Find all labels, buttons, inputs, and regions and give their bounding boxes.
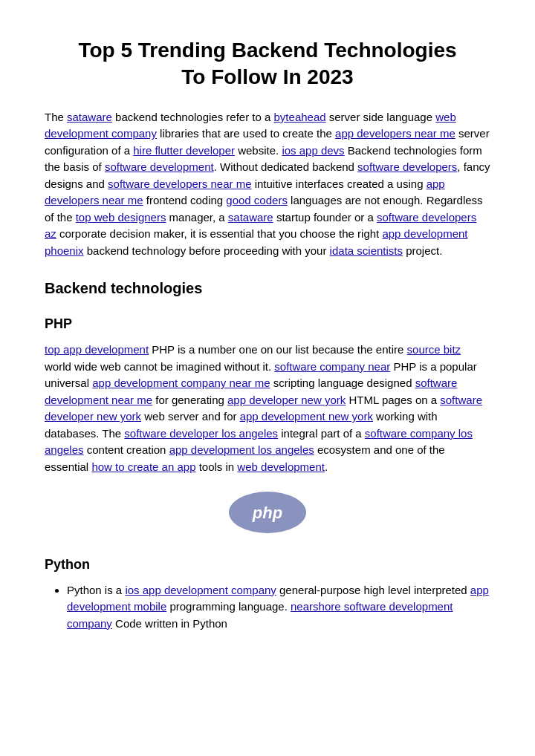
link-software-development[interactable]: software development xyxy=(105,160,214,173)
python-heading: Python xyxy=(45,555,490,575)
php-section: PHP top app development PHP is a number … xyxy=(45,314,490,540)
link-byteahead[interactable]: byteahead xyxy=(274,111,326,123)
link-how-to-create-an-app[interactable]: how to create an app xyxy=(91,460,195,473)
link-top-app-development[interactable]: top app development xyxy=(45,343,149,356)
python-list: Python is a ios app development company … xyxy=(45,582,490,633)
php-heading: PHP xyxy=(45,314,490,334)
backend-technologies-section: Backend technologies xyxy=(45,277,490,299)
page-title: Top 5 Trending Backend Technologies To F… xyxy=(45,37,490,91)
link-sataware2[interactable]: sataware xyxy=(228,211,273,224)
link-software-developer-los-angeles[interactable]: software developer los angeles xyxy=(124,427,278,440)
link-app-devs-near-me[interactable]: app developers near me xyxy=(335,127,455,140)
link-sataware[interactable]: sataware xyxy=(67,111,112,123)
link-software-company-near[interactable]: software company near xyxy=(274,360,390,373)
link-app-dev-company-near-me[interactable]: app development company near me xyxy=(92,377,270,389)
link-software-devs-near-me[interactable]: software developers near me xyxy=(108,177,251,190)
link-good-coders[interactable]: good coders xyxy=(226,194,288,206)
intro-paragraph: The sataware backend technologies refer … xyxy=(45,109,490,260)
svg-text:php: php xyxy=(252,504,282,522)
link-idata-scientists[interactable]: idata scientists xyxy=(330,244,403,257)
link-software-developers[interactable]: software developers xyxy=(357,160,457,173)
link-app-dev-phoenix[interactable]: app development phoenix xyxy=(45,227,468,257)
link-ios-app-dev-company[interactable]: ios app development company xyxy=(125,584,276,596)
python-section: Python Python is a ios app development c… xyxy=(45,555,490,633)
link-hire-flutter-developer[interactable]: hire flutter developer xyxy=(133,144,235,157)
link-app-development-los-angeles[interactable]: app development los angeles xyxy=(169,443,314,456)
link-source-bitz[interactable]: source bitz xyxy=(407,343,461,356)
python-list-item: Python is a ios app development company … xyxy=(67,582,490,633)
php-paragraph: top app development PHP is a number one … xyxy=(45,342,490,475)
php-logo: php xyxy=(227,490,308,535)
backend-section-heading: Backend technologies xyxy=(45,277,490,299)
link-app-developer-new-york[interactable]: app developer new york xyxy=(227,394,346,406)
link-app-development-new-york[interactable]: app development new york xyxy=(240,410,373,423)
php-logo-container: php xyxy=(45,490,490,540)
link-top-web-designers[interactable]: top web designers xyxy=(76,211,166,224)
link-ios-app-devs[interactable]: ios app devs xyxy=(282,144,344,157)
link-web-development[interactable]: web development xyxy=(237,460,325,473)
